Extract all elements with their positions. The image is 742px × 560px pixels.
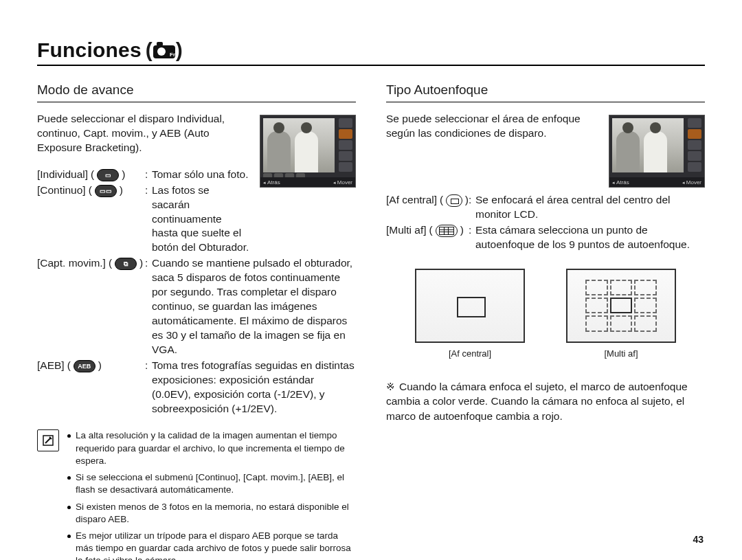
drive-item-motion: [Capt. movim.] (⧉) : Cuando se mantiene … <box>37 256 356 357</box>
drive-item-aeb: [AEB] (AEB) : Toma tres fotografías segu… <box>37 359 356 416</box>
paren-close: ) <box>176 38 183 62</box>
af-item-center: [Af central] () : Se enfocará el área ce… <box>386 193 705 222</box>
multi-af-icon <box>436 225 458 237</box>
drive-item-continuous: [Continuo] (▭▭) : Las fotos se sacarán c… <box>37 183 250 256</box>
note-item: Es mejor utilizar un trípode para el dis… <box>67 530 356 560</box>
lcd-preview-af: Atrás Mover <box>609 115 705 188</box>
reference-mark-icon: ※ <box>386 381 399 392</box>
note-icon <box>37 429 59 451</box>
single-icon: ▭ <box>97 169 119 181</box>
page-title-row: Funciones ( Fn ) <box>37 38 705 62</box>
svg-rect-1 <box>157 42 163 46</box>
center-af-icon <box>446 194 462 207</box>
section-title-af: Tipo Autoenfoque <box>386 82 705 102</box>
section-title-drive: Modo de avance <box>37 82 356 102</box>
drive-item-individual: [Individual] (▭) : Tomar sólo una foto. <box>37 168 250 182</box>
lcd-preview-drive: Atrás Mover <box>260 115 356 188</box>
svg-point-2 <box>157 47 166 56</box>
af-figure-center: [Af central] <box>415 269 525 359</box>
page-title: Funciones <box>37 38 146 62</box>
lcd-menu-highlight <box>688 129 701 139</box>
page-number: 43 <box>693 534 704 545</box>
left-column: Modo de avance Atrás Mover <box>37 82 356 560</box>
continuous-icon: ▭▭ <box>95 185 117 197</box>
svg-text:Fn: Fn <box>170 52 176 58</box>
paren-open: ( <box>146 38 153 62</box>
note-item: Si se selecciona el submenú [Continuo], … <box>67 471 356 496</box>
note-box: La alta resolución y la calidad de la im… <box>37 429 356 560</box>
focus-color-note: ※Cuando la cámara enfoca el sujeto, el m… <box>386 379 705 424</box>
lcd-menu-highlight <box>339 129 352 139</box>
title-rule <box>37 65 705 66</box>
af-item-multi: [Multi af] () : Esta cámara selecciona u… <box>386 223 705 252</box>
af-figure-multi: [Multi af] <box>566 269 676 359</box>
note-item: La alta resolución y la calidad de la im… <box>67 429 356 467</box>
right-column: Tipo Autoenfoque Atrás Mover <box>386 82 705 560</box>
note-item: Si existen menos de 3 fotos en la memori… <box>67 501 356 526</box>
lcd-move-label: Mover <box>682 179 701 186</box>
lcd-move-label: Mover <box>333 179 352 186</box>
lcd-back-label: Atrás <box>612 179 629 186</box>
aeb-icon: AEB <box>74 360 95 372</box>
motion-icon: ⧉ <box>115 258 137 270</box>
camera-fn-icon: Fn <box>153 41 176 59</box>
lcd-back-label: Atrás <box>263 179 280 186</box>
